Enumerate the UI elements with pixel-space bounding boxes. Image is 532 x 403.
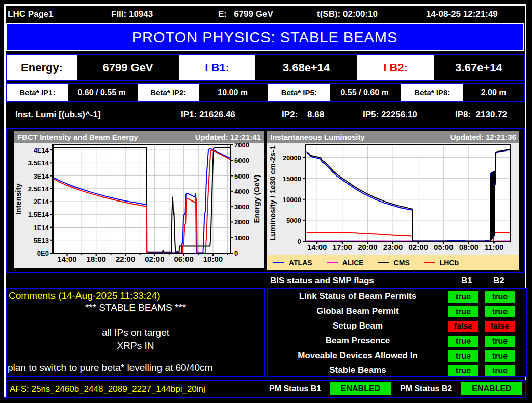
bis-flag-b2: false — [485, 321, 515, 332]
legend-item-alice: ALICE — [327, 259, 364, 267]
bis-row-label: Moveable Devices Allowed In — [268, 350, 447, 361]
svg-text:02:00: 02:00 — [145, 255, 164, 263]
bis-row-label: Global Beam Permit — [268, 306, 447, 316]
bis-row-label: Setup Beam — [268, 321, 447, 331]
fbct-chart-svg: 14:0018:0022:0002:0006:0010:000E05E131E1… — [14, 143, 264, 268]
energy-label: Energy: — [7, 55, 77, 80]
footer-bar: AFS: 25ns_2460b_2448_2089_2227_144bpi_20… — [6, 380, 526, 398]
beta-ip2-label: Beta* IP2: — [138, 84, 200, 101]
bis-flag-b1: true — [448, 306, 478, 317]
energy-intensity-row: Energy: 6799 GeV I B1: 3.68e+14 I B2: 3.… — [6, 54, 525, 81]
pm-status-b2-label: PM Status B2 — [400, 384, 452, 393]
fbct-chart-header: FBCT Intensity and Beam Energy Updated: … — [14, 131, 264, 143]
svg-text:11:00: 11:00 — [485, 243, 504, 251]
beta-ip8-label: Beta* IP8: — [401, 84, 463, 101]
beta-ip2-value: 10.00 m — [199, 84, 266, 101]
svg-text:4E14: 4E14 — [34, 146, 49, 154]
comments-header: Comments (14-Aug-2025 11:33:24) — [9, 290, 160, 301]
comments-box: Comments (14-Aug-2025 11:33:24) *** STAB… — [6, 288, 265, 377]
beta-ip5-value: 0.55 / 0.60 m — [330, 84, 400, 101]
lumi-chart-title: Instantaneous Luminosity — [270, 133, 365, 141]
svg-text:22:00: 22:00 — [116, 255, 135, 263]
svg-text:10000: 10000 — [283, 196, 301, 204]
lumi-ip8: IP8: 2130.72 — [455, 110, 507, 120]
lumi-label: Inst. Lumi [(ub.s)^-1] — [15, 110, 101, 120]
svg-text:17:00: 17:00 — [333, 243, 352, 251]
lumi-chart-panel: Instantaneous Luminosity Updated: 12:21:… — [267, 131, 519, 268]
svg-text:23:00: 23:00 — [383, 243, 403, 251]
intensity-b1-label: I B1: — [179, 55, 255, 80]
lumi-ip2: IP2: 8.68 — [282, 110, 324, 120]
beta-ip8-value: 2.00 m — [463, 84, 524, 101]
time-in-stable-beams: t(SB): 02:00:10 — [317, 9, 378, 19]
app-title: LHC Page1 — [8, 9, 54, 19]
bis-row: Link Status of Beam Permits true true — [268, 290, 526, 304]
bis-flag-b1: true — [448, 336, 478, 347]
bis-flag-b2: true — [485, 350, 515, 362]
svg-text:3000: 3000 — [234, 203, 249, 211]
svg-text:4000: 4000 — [234, 188, 249, 195]
svg-text:1.5E14: 1.5E14 — [28, 211, 49, 218]
legend-color-sample — [273, 262, 284, 263]
svg-text:Energy (GeV): Energy (GeV) — [252, 174, 261, 223]
bis-row: Global Beam Permit true true — [268, 305, 526, 319]
svg-text:02:00: 02:00 — [408, 243, 428, 251]
legend-label: ALICE — [342, 259, 364, 267]
page-mode-banner: PROTON PHYSICS: STABLE BEAMS — [6, 23, 524, 51]
fbct-chart-title: FBCT Intensity and Beam Energy — [17, 133, 138, 141]
bis-row: Stable Beams true true — [268, 364, 526, 378]
beta-ip1-value: 0.60 / 0.55 m — [68, 84, 136, 101]
svg-text:14:00: 14:00 — [57, 255, 76, 263]
intensity-b2-value: 3.67e+14 — [434, 55, 524, 80]
intensity-b2-label: I B2: — [357, 55, 434, 80]
svg-text:5000: 5000 — [286, 217, 301, 224]
svg-text:18:00: 18:00 — [87, 255, 106, 263]
beta-ip1-label: Beta* IP1: — [7, 84, 68, 101]
page-mode-title: PROTON PHYSICS: STABLE BEAMS — [132, 29, 398, 45]
bis-flag-b1: true — [448, 291, 478, 303]
legend-color-sample — [327, 262, 338, 263]
lumi-chart-updated: Updated: 12:21:36 — [450, 133, 516, 141]
bis-flag-b1: true — [448, 350, 478, 362]
intensity-b1-value: 3.68e+14 — [255, 55, 357, 80]
legend-color-sample — [424, 262, 435, 263]
bis-flag-b2: true — [485, 365, 515, 376]
svg-text:5E13: 5E13 — [34, 237, 49, 244]
top-header-bar: LHC Page1 Fill: 10943 E: 6799 GeV t(SB):… — [6, 6, 525, 23]
svg-text:Intensity: Intensity — [14, 183, 22, 215]
svg-text:10:00: 10:00 — [203, 255, 223, 263]
bis-row: Moveable Devices Allowed In true true — [268, 349, 526, 363]
comment-line: *** STABLE BEAMS *** — [7, 302, 264, 313]
svg-text:2000: 2000 — [234, 218, 249, 226]
svg-text:0: 0 — [298, 238, 301, 245]
bis-row-label: Beam Presence — [268, 336, 447, 346]
pm-status-b1-value: ENABLED — [330, 382, 391, 395]
bis-flag-b1: false — [448, 321, 478, 332]
svg-text:7000: 7000 — [234, 143, 249, 149]
bis-col-b2: B2 — [493, 275, 504, 286]
bis-row-label: Link Status of Beam Permits — [268, 291, 447, 301]
legend-label: LHCb — [440, 259, 459, 267]
fbct-chart-panel: FBCT Intensity and Beam Energy Updated: … — [14, 131, 264, 268]
legend-item-atlas: ATLAS — [273, 259, 312, 267]
svg-text:06:00: 06:00 — [174, 255, 193, 263]
lumi-ip1: IP1: 21626.46 — [181, 110, 235, 120]
svg-text:0: 0 — [234, 249, 238, 257]
svg-text:15000: 15000 — [283, 175, 301, 183]
svg-text:2.5E14: 2.5E14 — [28, 185, 49, 193]
datetime: 14-08-25 12:21:49 — [426, 9, 498, 19]
bis-flag-b2: true — [485, 291, 515, 303]
lumi-chart-header: Instantaneous Luminosity Updated: 12:21:… — [267, 131, 519, 143]
bis-flags-box: Link Status of Beam Permits true true Gl… — [267, 288, 527, 377]
legend-label: ATLAS — [289, 259, 312, 267]
svg-text:0E0: 0E0 — [37, 249, 49, 257]
comment-line: plan to switch to pure beta* levelling a… — [7, 362, 265, 373]
svg-text:3.5E14: 3.5E14 — [28, 159, 49, 167]
charts-container: FBCT Intensity and Beam Energy Updated: … — [6, 128, 525, 273]
bis-row-label: Stable Beams — [268, 365, 447, 375]
fill-number: Fill: 10943 — [111, 9, 153, 19]
legend-label: CMS — [394, 259, 410, 267]
bis-row: Setup Beam false false — [268, 319, 526, 334]
afs-scheme: AFS: 25ns_2460b_2448_2089_2227_144bpi_20… — [10, 384, 205, 394]
svg-text:20:00: 20:00 — [358, 243, 377, 251]
